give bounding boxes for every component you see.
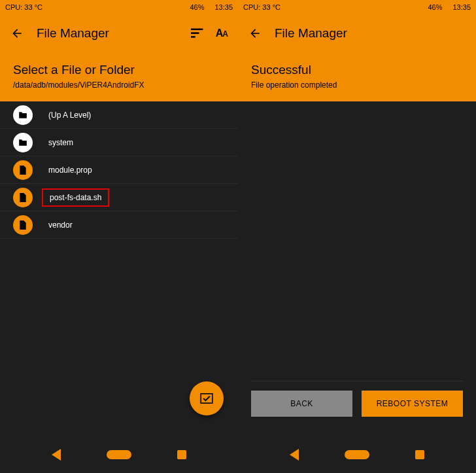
header-area: CPU: 33 °C 46% 13:35 File Manager AA Sel… bbox=[0, 0, 238, 101]
nav-recent-icon[interactable] bbox=[177, 450, 186, 459]
status-cpu: CPU: 33 °C bbox=[243, 3, 280, 11]
file-label: system bbox=[48, 138, 73, 147]
header-area: CPU: 33 °C 46% 13:35 File Manager Succes… bbox=[238, 0, 476, 101]
file-label: post-fs-data.sh bbox=[42, 188, 109, 207]
nav-bar bbox=[0, 436, 238, 473]
nav-home-icon[interactable] bbox=[345, 450, 369, 459]
file-row-up[interactable]: (Up A Level) bbox=[0, 101, 238, 129]
app-title: File Manager bbox=[275, 26, 466, 41]
status-bar: CPU: 33 °C 46% 13:35 bbox=[0, 0, 238, 14]
status-right: 46% 13:35 bbox=[428, 3, 471, 11]
app-title: File Manager bbox=[37, 26, 191, 41]
content-area: BACK REBOOT SYSTEM bbox=[238, 101, 476, 436]
back-icon[interactable] bbox=[10, 27, 24, 40]
sub-title: Select a File or Folder bbox=[13, 63, 225, 77]
file-label: module.prop bbox=[48, 166, 92, 175]
back-button[interactable]: BACK bbox=[251, 391, 352, 417]
reboot-button[interactable]: REBOOT SYSTEM bbox=[362, 391, 463, 417]
app-bar: File Manager bbox=[238, 14, 476, 52]
nav-back-icon[interactable] bbox=[290, 449, 299, 461]
status-clock: 13:35 bbox=[214, 3, 233, 11]
content-space bbox=[251, 101, 463, 381]
svg-rect-0 bbox=[191, 29, 203, 31]
file-row-file-highlighted[interactable]: post-fs-data.sh bbox=[0, 184, 238, 211]
file-icon bbox=[13, 160, 33, 180]
nav-back-icon[interactable] bbox=[52, 449, 61, 461]
sort-icon[interactable] bbox=[191, 28, 204, 39]
sub-header: Select a File or Folder /data/adb/module… bbox=[0, 52, 238, 101]
current-path: /data/adb/modules/ViPER4AndroidFX bbox=[13, 80, 225, 90]
svg-rect-1 bbox=[191, 32, 199, 34]
file-icon bbox=[13, 188, 33, 207]
status-clock: 13:35 bbox=[452, 3, 471, 11]
nav-home-icon[interactable] bbox=[107, 450, 131, 459]
file-icon bbox=[13, 215, 33, 235]
folder-icon bbox=[13, 133, 33, 152]
svg-rect-2 bbox=[191, 36, 196, 38]
file-label: vendor bbox=[48, 220, 73, 230]
status-cpu: CPU: 33 °C bbox=[5, 3, 42, 11]
font-size-icon[interactable]: AA bbox=[216, 27, 228, 39]
status-battery: 46% bbox=[428, 3, 442, 11]
confirm-fab[interactable] bbox=[190, 381, 224, 415]
screen-file-list: CPU: 33 °C 46% 13:35 File Manager AA Sel… bbox=[0, 0, 238, 473]
app-bar: File Manager AA bbox=[0, 14, 238, 52]
button-row: BACK REBOOT SYSTEM bbox=[251, 391, 463, 436]
file-row-folder[interactable]: system bbox=[0, 129, 238, 156]
back-icon[interactable] bbox=[248, 27, 262, 40]
sub-header: Successful File operation completed bbox=[238, 52, 476, 101]
sub-message: File operation completed bbox=[251, 80, 463, 90]
file-label: (Up A Level) bbox=[48, 111, 91, 120]
sub-title: Successful bbox=[251, 63, 463, 77]
screen-success: CPU: 33 °C 46% 13:35 File Manager Succes… bbox=[238, 0, 476, 473]
status-bar: CPU: 33 °C 46% 13:35 bbox=[238, 0, 476, 14]
app-actions: AA bbox=[191, 27, 228, 39]
nav-bar bbox=[238, 436, 476, 473]
status-battery: 46% bbox=[190, 3, 204, 11]
svg-rect-3 bbox=[201, 394, 212, 403]
folder-icon bbox=[13, 105, 33, 125]
status-right: 46% 13:35 bbox=[190, 3, 233, 11]
nav-recent-icon[interactable] bbox=[415, 450, 424, 459]
file-row-file[interactable]: module.prop bbox=[0, 156, 238, 184]
file-row-file[interactable]: vendor bbox=[0, 211, 238, 239]
